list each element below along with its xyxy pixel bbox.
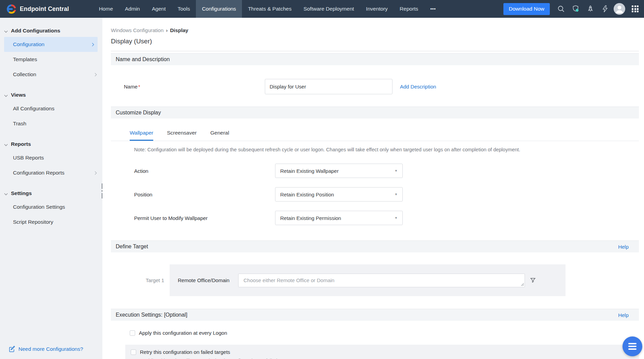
chevron-right-icon	[94, 73, 97, 76]
chevron-down-icon	[4, 192, 8, 195]
sidebar-item-configuration[interactable]: Configuration	[4, 37, 98, 52]
sidebar-item-script-repository[interactable]: Script Repository	[0, 215, 102, 230]
dropdown-caret-icon: ▼	[395, 216, 398, 220]
permit-modify-dropdown[interactable]: Retain Existing Permission ▼	[275, 211, 403, 225]
endpoint-central-logo-icon	[7, 4, 16, 14]
section-header-define-target: Define Target Help	[111, 240, 639, 252]
nav-item-admin[interactable]: Admin	[119, 0, 146, 18]
permit-modify-field-label: Permit User to Modify Wallpaper	[134, 215, 275, 221]
nav-item-software-deployment[interactable]: Software Deployment	[298, 0, 360, 18]
rocket-icon[interactable]	[586, 5, 595, 13]
target-panel: Remote Office/Domain	[170, 264, 566, 296]
retry-panel: Retry this configuration on failed targe…	[125, 345, 639, 359]
section-header-execution-settings: Execution Settings: [Optional] Help	[111, 309, 639, 321]
dropdown-caret-icon: ▼	[395, 193, 398, 196]
chevron-down-icon	[4, 93, 8, 97]
chevron-right-icon	[91, 43, 94, 46]
breadcrumb-current: Display	[170, 27, 188, 33]
download-now-button[interactable]: Download Now	[503, 3, 550, 15]
nav-item-agent[interactable]: Agent	[146, 0, 172, 18]
action-dropdown[interactable]: Retain Existing Wallpaper ▼	[275, 164, 403, 178]
chevron-down-icon	[4, 29, 8, 32]
nav-item-threats-patches[interactable]: Threats & Patches	[242, 0, 298, 18]
sidebar-item-configuration-settings[interactable]: Configuration Settings	[0, 199, 102, 215]
main-content: Windows Configuration › Display Display …	[102, 18, 644, 359]
nav-item-reports[interactable]: Reports	[394, 0, 424, 18]
security-shield-icon[interactable]	[572, 5, 580, 13]
dropdown-caret-icon: ▼	[395, 169, 398, 172]
sidebar-item-configuration-reports[interactable]: Configuration Reports	[0, 165, 102, 180]
deployment-note: Note: Configuration will be deployed dur…	[134, 147, 639, 152]
breadcrumb-parent[interactable]: Windows Configuration	[111, 27, 163, 33]
main-nav: Home Admin Agent Tools Configurations Th…	[93, 0, 442, 18]
edit-compose-icon	[9, 346, 15, 352]
position-dropdown[interactable]: Retain Existing Position ▼	[275, 187, 403, 202]
page-title: Display (User)	[111, 38, 639, 45]
sidebar-section-settings[interactable]: Settings	[5, 189, 102, 198]
position-field-label: Position	[134, 192, 275, 197]
nav-item-home[interactable]: Home	[93, 0, 119, 18]
name-field-label: Name*	[124, 84, 265, 89]
sidebar-section-views[interactable]: Views	[5, 90, 102, 100]
breadcrumb: Windows Configuration › Display	[111, 27, 639, 33]
need-more-configurations-link[interactable]: Need more Configurations?	[9, 346, 83, 352]
hamburger-icon	[628, 343, 636, 344]
sidebar-item-all-configurations[interactable]: All Configurations	[0, 101, 102, 116]
nav-item-more[interactable]: •••	[424, 0, 442, 18]
nav-item-inventory[interactable]: Inventory	[360, 0, 394, 18]
top-navbar: Endpoint Central Home Admin Agent Tools …	[0, 0, 644, 18]
configuration-name-input[interactable]	[265, 79, 392, 94]
tab-wallpaper[interactable]: Wallpaper	[130, 130, 153, 141]
chevron-down-icon	[4, 142, 8, 146]
sidebar-section-add-configurations[interactable]: Add Configurations	[5, 26, 102, 36]
execution-settings-help-link[interactable]: Help	[618, 312, 629, 318]
customize-tabs: Wallpaper Screensaver General	[111, 130, 639, 141]
tab-general[interactable]: General	[210, 130, 229, 141]
floating-menu-button[interactable]	[622, 336, 642, 356]
action-field-label: Action	[134, 168, 275, 174]
brand-name: Endpoint Central	[20, 5, 69, 13]
add-description-link[interactable]: Add Description	[400, 84, 436, 89]
nav-item-configurations[interactable]: Configurations	[196, 0, 242, 18]
sidebar-item-templates[interactable]: Templates	[0, 52, 102, 67]
lightning-icon[interactable]	[601, 5, 609, 13]
sidebar: Add Configurations Configuration Templat…	[0, 18, 102, 359]
retry-failed-targets-checkbox[interactable]	[131, 349, 136, 355]
search-icon[interactable]	[557, 5, 565, 13]
brand[interactable]: Endpoint Central	[0, 4, 69, 14]
target-1-label: Target 1	[146, 277, 170, 283]
sidebar-item-usb-reports[interactable]: USB Reports	[0, 150, 102, 165]
breadcrumb-separator: ›	[166, 27, 168, 33]
sidebar-section-reports[interactable]: Reports	[5, 139, 102, 149]
section-header-customize-display: Customize Display	[111, 107, 639, 119]
required-asterisk: *	[138, 84, 140, 89]
sidebar-item-collection[interactable]: Collection	[0, 67, 102, 82]
apps-grid-icon[interactable]	[632, 5, 639, 12]
define-target-help-link[interactable]: Help	[618, 244, 629, 250]
retry-failed-targets-label: Retry this configuration on failed targe…	[140, 349, 230, 355]
tab-screensaver[interactable]: Screensaver	[167, 130, 197, 141]
sidebar-item-trash[interactable]: Trash	[0, 116, 102, 131]
remote-office-domain-input[interactable]	[238, 274, 525, 287]
apply-at-logon-label: Apply this configuration at every Logon	[139, 330, 227, 336]
resize-grip-icon[interactable]	[520, 282, 524, 286]
section-header-name-description: Name and Description	[111, 53, 639, 65]
remote-office-domain-label: Remote Office/Domain	[178, 277, 229, 283]
nav-item-tools[interactable]: Tools	[172, 0, 196, 18]
apply-at-logon-checkbox[interactable]	[130, 330, 135, 336]
filter-icon[interactable]	[530, 277, 536, 284]
chevron-right-icon	[94, 171, 97, 175]
divider	[111, 51, 639, 51]
user-avatar[interactable]	[614, 3, 625, 15]
